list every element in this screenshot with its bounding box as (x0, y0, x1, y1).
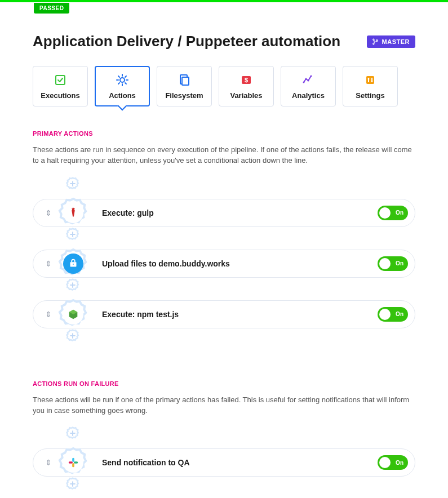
action-toggle[interactable]: On (378, 455, 408, 470)
add-action-button[interactable] (65, 328, 80, 343)
action-item[interactable]: ⇕ Upload files to demo.buddy.works On (33, 250, 415, 278)
page-title: Application Delivery / Puppeteer automat… (33, 33, 340, 50)
add-action-button[interactable] (65, 426, 80, 441)
action-row: ⇕ Send notification to QA On (33, 448, 415, 477)
executions-icon (54, 73, 67, 87)
tabs: Executions Actions Filesystem $ Variable… (33, 66, 415, 106)
slack-icon (63, 452, 83, 473)
svg-point-1 (120, 78, 125, 82)
settings-icon (363, 73, 377, 87)
action-row: ⇕ Execute: gulp On (33, 199, 415, 227)
svg-point-6 (303, 81, 305, 83)
add-action-button[interactable] (65, 477, 80, 491)
drag-handle-icon[interactable]: ⇕ (45, 310, 52, 318)
tab-actions[interactable]: Actions (95, 66, 150, 106)
toggle-label: On (396, 460, 403, 466)
analytics-icon (301, 73, 315, 87)
tab-analytics[interactable]: Analytics (281, 66, 336, 106)
svg-rect-0 (56, 75, 65, 85)
action-gear-badge (57, 446, 90, 479)
primary-actions-header: PRIMARY ACTIONS (33, 130, 415, 137)
svg-point-7 (305, 78, 307, 79)
action-row: ⇕ Upload files to demo.buddy.works On (33, 250, 415, 278)
drag-handle-icon[interactable]: ⇕ (45, 260, 52, 268)
action-toggle[interactable]: On (378, 307, 408, 322)
primary-actions-list: ⇕ Execute: gulp On ⇕ (33, 176, 415, 351)
branch-badge-label: MASTER (382, 38, 410, 45)
svg-rect-16 (74, 462, 78, 464)
branch-icon (372, 38, 379, 45)
gulp-icon (63, 203, 83, 223)
action-gear-badge (57, 298, 90, 331)
svg-text:$: $ (245, 77, 248, 83)
add-action-button[interactable] (65, 227, 80, 242)
tab-label: Actions (109, 91, 136, 100)
tab-label: Variables (230, 91, 262, 100)
action-item[interactable]: ⇕ Execute: npm test.js On (33, 300, 415, 328)
action-label: Send notification to QA (102, 458, 378, 467)
upload-icon (63, 254, 83, 274)
svg-rect-10 (366, 76, 374, 84)
add-action-button[interactable] (65, 176, 80, 191)
tab-variables[interactable]: $ Variables (219, 66, 274, 106)
toggle-label: On (396, 260, 403, 266)
tab-label: Analytics (292, 91, 325, 100)
svg-point-9 (311, 75, 312, 77)
action-item[interactable]: ⇕ Send notification to QA On (33, 448, 415, 477)
failure-actions-desc: These actions will be run if one of the … (33, 395, 415, 416)
action-label: Execute: npm test.js (102, 310, 378, 319)
status-badge: PASSED (34, 3, 69, 14)
svg-point-11 (368, 78, 370, 79)
tab-label: Settings (356, 91, 384, 100)
add-action-button[interactable] (65, 278, 80, 292)
svg-rect-15 (72, 458, 74, 462)
action-item[interactable]: ⇕ Execute: gulp On (33, 199, 415, 227)
action-toggle[interactable]: On (378, 206, 408, 220)
svg-rect-18 (69, 462, 73, 464)
svg-point-14 (73, 264, 74, 265)
failure-actions-header: ACTIONS RUN ON FAILURE (33, 380, 415, 387)
action-gear-badge (57, 197, 90, 229)
top-status-bar (0, 0, 448, 2)
action-label: Upload files to demo.buddy.works (102, 259, 378, 268)
node-icon (63, 304, 83, 324)
primary-actions-desc: These actions are run in sequence on eve… (33, 145, 415, 166)
action-toggle[interactable]: On (378, 256, 408, 271)
svg-point-8 (308, 79, 309, 81)
tab-label: Filesystem (165, 91, 203, 100)
filesystem-icon (178, 73, 191, 87)
branch-badge[interactable]: MASTER (367, 35, 415, 48)
actions-icon (116, 73, 129, 87)
svg-point-12 (371, 80, 373, 82)
failure-actions-list: ⇕ Send notification to QA On (33, 426, 415, 498)
svg-rect-17 (72, 463, 74, 467)
toggle-label: On (396, 210, 403, 216)
drag-handle-icon[interactable]: ⇕ (45, 209, 52, 217)
tab-executions[interactable]: Executions (33, 66, 88, 106)
tab-label: Executions (41, 91, 79, 100)
action-row: ⇕ Execute: npm test.js On (33, 300, 415, 328)
drag-handle-icon[interactable]: ⇕ (45, 459, 52, 466)
action-gear-badge (57, 247, 90, 280)
variables-icon: $ (239, 73, 253, 87)
tab-settings[interactable]: Settings (343, 66, 398, 106)
toggle-label: On (396, 311, 403, 317)
svg-rect-3 (182, 77, 189, 85)
action-label: Execute: gulp (102, 208, 378, 217)
tab-filesystem[interactable]: Filesystem (157, 66, 212, 106)
